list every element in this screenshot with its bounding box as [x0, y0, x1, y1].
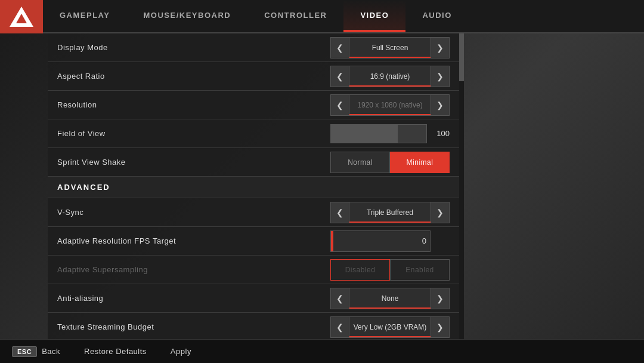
texture-streaming-control: ❮ Very Low (2GB VRAM) ❯: [330, 316, 450, 338]
aspect-ratio-prev[interactable]: ❮: [330, 66, 349, 87]
aspect-ratio-next[interactable]: ❯: [431, 66, 450, 87]
anti-aliasing-next[interactable]: ❯: [431, 288, 450, 309]
resolution-prev[interactable]: ❮: [330, 94, 349, 116]
bottom-bar: ESC Back Restore Defaults Apply: [0, 339, 644, 363]
vsync-control: ❮ Triple Buffered ❯: [330, 202, 450, 223]
adaptive-resolution-control: 0: [330, 230, 450, 252]
display-mode-prev[interactable]: ❮: [330, 37, 349, 59]
vsync-value: Triple Buffered: [349, 202, 431, 223]
display-mode-value: Full Screen: [349, 37, 431, 59]
aspect-ratio-label: Aspect Ratio: [57, 72, 330, 81]
adaptive-supersampling-label: Adaptive Supersampling: [57, 265, 330, 274]
display-mode-control: ❮ Full Screen ❯: [330, 37, 450, 59]
fov-control: 100: [330, 124, 450, 143]
display-mode-label: Display Mode: [57, 43, 330, 52]
adaptive-resolution-row: Adaptive Resolution FPS Target 0: [48, 227, 459, 256]
resolution-row: Resolution ❮ 1920 x 1080 (native) ❯: [48, 91, 459, 119]
sprint-normal-btn[interactable]: Normal: [330, 152, 390, 173]
resolution-next[interactable]: ❯: [431, 94, 450, 116]
sprint-view-shake-label: Sprint View Shake: [57, 158, 330, 167]
aspect-ratio-row: Aspect Ratio ❮ 16:9 (native) ❯: [48, 62, 459, 91]
scroll-thumb[interactable]: [459, 33, 464, 81]
tab-gameplay[interactable]: GAMEPLAY: [43, 0, 126, 32]
nav-bar: GAMEPLAY MOUSE/KEYBOARD CONTROLLER VIDEO…: [0, 0, 644, 33]
tab-mouse-keyboard[interactable]: MOUSE/KEYBOARD: [126, 0, 247, 32]
tab-controller[interactable]: CONTROLLER: [247, 0, 343, 32]
aspect-ratio-value: 16:9 (native): [349, 66, 431, 87]
resolution-label: Resolution: [57, 100, 330, 109]
anti-aliasing-control: ❮ None ❯: [330, 288, 450, 309]
adaptive-supersampling-control: Disabled Enabled: [330, 259, 450, 281]
texture-streaming-label: Texture Streaming Budget: [57, 322, 330, 331]
fov-value: 100: [432, 129, 450, 138]
anti-aliasing-label: Anti-aliasing: [57, 294, 330, 303]
tab-audio[interactable]: AUDIO: [405, 0, 468, 32]
sprint-minimal-btn[interactable]: Minimal: [390, 152, 450, 173]
vsync-prev[interactable]: ❮: [330, 202, 349, 223]
anti-aliasing-row: Anti-aliasing ❮ None ❯: [48, 284, 459, 313]
back-label: Back: [42, 347, 60, 356]
texture-streaming-row: Texture Streaming Budget ❮ Very Low (2GB…: [48, 313, 459, 339]
apply-label: Apply: [171, 347, 191, 356]
nav-tabs: GAMEPLAY MOUSE/KEYBOARD CONTROLLER VIDEO…: [43, 0, 644, 32]
main-content: Display Mode ❮ Full Screen ❯ Aspect Rati…: [0, 33, 644, 339]
settings-panel: Display Mode ❮ Full Screen ❯ Aspect Rati…: [48, 33, 459, 339]
apex-logo-icon: [10, 7, 33, 27]
display-mode-row: Display Mode ❮ Full Screen ❯: [48, 33, 459, 62]
restore-defaults-label: Restore Defaults: [84, 347, 147, 356]
adaptive-value: 0: [422, 236, 426, 245]
adaptive-fill: [331, 231, 333, 251]
anti-aliasing-prev[interactable]: ❮: [330, 288, 349, 309]
fov-row: Field of View 100: [48, 119, 459, 148]
restore-defaults-action[interactable]: Restore Defaults: [84, 347, 147, 356]
adaptive-supersampling-row: Adaptive Supersampling Disabled Enabled: [48, 256, 459, 284]
anti-aliasing-value: None: [349, 288, 431, 309]
supersampling-disabled-btn: Disabled: [330, 259, 390, 281]
apex-logo: [0, 0, 43, 33]
sprint-view-shake-control: Normal Minimal: [330, 152, 450, 173]
scrollbar[interactable]: [459, 33, 464, 339]
apply-action[interactable]: Apply: [171, 347, 191, 356]
texture-streaming-value: Very Low (2GB VRAM): [349, 316, 431, 338]
fov-slider[interactable]: [330, 124, 427, 143]
sprint-view-shake-row: Sprint View Shake Normal Minimal: [48, 148, 459, 177]
right-panel: [464, 33, 644, 339]
texture-streaming-next[interactable]: ❯: [431, 316, 450, 338]
texture-streaming-prev[interactable]: ❮: [330, 316, 349, 338]
tab-video[interactable]: VIDEO: [343, 0, 405, 32]
fov-fill: [331, 125, 398, 143]
vsync-row: V-Sync ❮ Triple Buffered ❯: [48, 198, 459, 227]
resolution-value: 1920 x 1080 (native): [349, 94, 431, 116]
adaptive-resolution-label: Adaptive Resolution FPS Target: [57, 236, 330, 245]
vsync-next[interactable]: ❯: [431, 202, 450, 223]
aspect-ratio-control: ❮ 16:9 (native) ❯: [330, 66, 450, 87]
back-action[interactable]: ESC Back: [12, 346, 60, 357]
advanced-section-header: ADVANCED: [48, 177, 459, 198]
esc-key: ESC: [12, 346, 37, 357]
fov-label: Field of View: [57, 129, 330, 138]
vsync-label: V-Sync: [57, 208, 330, 217]
supersampling-enabled-btn: Enabled: [390, 259, 450, 281]
adaptive-slider[interactable]: 0: [330, 230, 431, 252]
display-mode-next[interactable]: ❯: [431, 37, 450, 59]
resolution-control: ❮ 1920 x 1080 (native) ❯: [330, 94, 450, 116]
